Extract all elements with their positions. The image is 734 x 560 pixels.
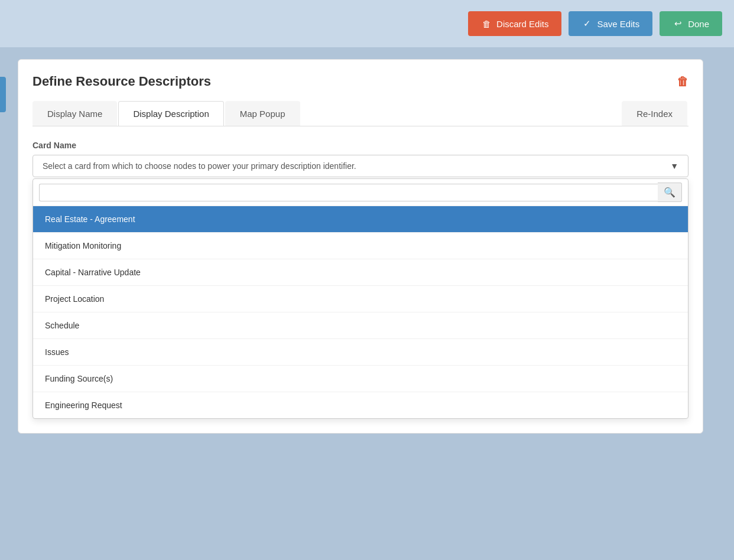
card-name-select[interactable]: Select a card from which to choose nodes… (33, 155, 688, 177)
tabs-container: Display Name Display Description Map Pop… (33, 101, 688, 126)
top-bar: 🗑 Discard Edits ✓ Save Edits ↩ Done (0, 0, 734, 47)
reply-icon: ↩ (673, 18, 683, 29)
dropdown-container: 🔍 Real Estate - Agreement Mitigation Mon… (33, 178, 688, 419)
done-button[interactable]: ↩ Done (660, 11, 722, 36)
dropdown-search-input[interactable] (39, 184, 658, 201)
dropdown-item-engineering-request[interactable]: Engineering Request (33, 392, 688, 418)
chevron-down-icon: ▼ (670, 161, 678, 171)
tab-display-description[interactable]: Display Description (118, 101, 223, 126)
search-box: 🔍 (33, 179, 688, 206)
define-resource-descriptors-card: Define Resource Descriptors 🗑 Display Na… (18, 59, 703, 434)
dropdown-item-funding-sources[interactable]: Funding Source(s) (33, 366, 688, 392)
select-placeholder-text: Select a card from which to choose nodes… (43, 161, 356, 171)
discard-edits-button[interactable]: 🗑 Discard Edits (468, 11, 561, 36)
card-header: Define Resource Descriptors 🗑 (33, 74, 688, 89)
side-accent (0, 77, 6, 112)
form-section: Card Name Select a card from which to ch… (33, 141, 688, 419)
search-icon: 🔍 (658, 183, 682, 202)
check-icon: ✓ (582, 18, 592, 29)
card-title-text: Define Resource Descriptors (33, 74, 211, 89)
dropdown-item-issues[interactable]: Issues (33, 339, 688, 366)
card-name-label: Card Name (33, 141, 688, 150)
dropdown-item-schedule[interactable]: Schedule (33, 312, 688, 339)
dropdown-item-mitigation-monitoring[interactable]: Mitigation Monitoring (33, 233, 688, 259)
tab-map-popup[interactable]: Map Popup (225, 101, 300, 126)
main-content: Define Resource Descriptors 🗑 Display Na… (0, 47, 734, 445)
dropdown-item-real-estate-agreement[interactable]: Real Estate - Agreement (33, 206, 688, 233)
dropdown-item-project-location[interactable]: Project Location (33, 286, 688, 312)
tab-re-index[interactable]: Re-Index (622, 101, 687, 126)
save-edits-button[interactable]: ✓ Save Edits (569, 11, 652, 36)
card-delete-icon[interactable]: 🗑 (677, 75, 688, 89)
trash-icon: 🗑 (481, 18, 492, 29)
tab-display-name[interactable]: Display Name (33, 101, 117, 126)
dropdown-item-capital-narrative-update[interactable]: Capital - Narrative Update (33, 259, 688, 286)
